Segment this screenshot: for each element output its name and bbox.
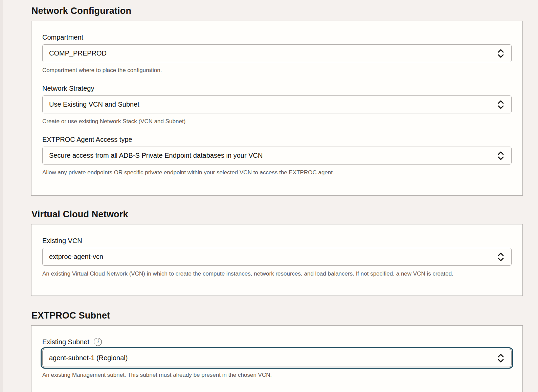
existing-subnet-field: Existing Subnet i agent-subnet-1 (Region… [42,338,512,378]
existing-vcn-select-value: extproc-agent-vcn [49,253,103,261]
select-updown-icon [497,48,505,59]
existing-subnet-select[interactable]: agent-subnet-1 (Regional) [42,349,512,367]
network-configuration-panel: Compartment COMP_PREPROD Compartment whe… [31,21,523,196]
section-network-configuration: Network Configuration Compartment COMP_P… [31,5,523,196]
section-virtual-cloud-network: Virtual Cloud Network Existing VCN extpr… [31,208,523,296]
section-title-extproc-subnet: EXTPROC Subnet [31,309,523,322]
extproc-agent-access-type-field: EXTPROC Agent Access type Secure access … [42,135,512,176]
virtual-cloud-network-panel: Existing VCN extproc-agent-vcn An existi… [31,224,523,296]
existing-subnet-label: Existing Subnet [42,338,89,346]
compartment-label: Compartment [42,33,83,41]
page: Network Configuration Compartment COMP_P… [0,0,538,392]
network-strategy-select-value: Use Existing VCN and Subnet [49,101,139,108]
section-title-network-configuration: Network Configuration [31,5,523,17]
existing-vcn-select[interactable]: extproc-agent-vcn [42,248,512,266]
existing-vcn-help-text: An existing Virtual Cloud Network (VCN) … [42,270,512,277]
select-updown-icon [497,100,505,110]
existing-vcn-label: Existing VCN [42,237,82,245]
network-strategy-field: Network Strategy Use Existing VCN and Su… [42,84,512,125]
network-strategy-help-text: Create or use existing Network Stack (VC… [42,118,512,125]
info-icon[interactable]: i [94,338,102,346]
existing-subnet-help-text: An existing Management subnet. This subn… [42,371,512,378]
extproc-subnet-panel: Existing Subnet i agent-subnet-1 (Region… [31,325,523,392]
network-strategy-select[interactable]: Use Existing VCN and Subnet [42,95,512,113]
section-extproc-subnet: EXTPROC Subnet Existing Subnet i agent-s… [31,309,523,392]
extproc-agent-access-type-select-value: Secure access from all ADB-S Private End… [49,152,263,159]
form-content: Network Configuration Compartment COMP_P… [0,0,538,392]
existing-vcn-field: Existing VCN extproc-agent-vcn An existi… [42,237,512,277]
select-updown-icon [497,252,505,262]
network-strategy-label: Network Strategy [42,84,94,92]
compartment-help-text: Compartment where to place the configura… [42,67,512,74]
extproc-agent-access-type-help-text: Allow any private endpoints OR specific … [42,169,512,176]
select-updown-icon [497,151,505,161]
select-updown-icon [497,353,505,363]
extproc-agent-access-type-select[interactable]: Secure access from all ADB-S Private End… [42,147,512,165]
extproc-agent-access-type-label: EXTPROC Agent Access type [42,135,132,144]
compartment-select[interactable]: COMP_PREPROD [42,44,512,62]
compartment-field: Compartment COMP_PREPROD Compartment whe… [42,33,512,74]
compartment-select-value: COMP_PREPROD [49,49,107,57]
section-title-virtual-cloud-network: Virtual Cloud Network [31,208,523,220]
existing-subnet-select-value: agent-subnet-1 (Regional) [49,354,128,362]
